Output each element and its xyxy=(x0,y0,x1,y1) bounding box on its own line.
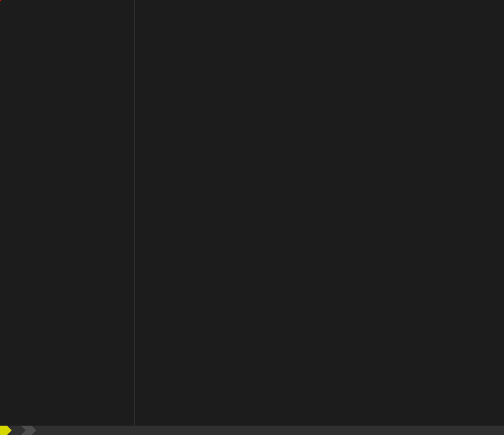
highlight-box xyxy=(0,0,1,1)
column-guide xyxy=(134,0,135,426)
branch-icon xyxy=(15,426,18,434)
separator xyxy=(26,426,32,435)
git-branch-section xyxy=(12,426,21,435)
file-path xyxy=(36,426,504,435)
status-bar xyxy=(0,426,504,435)
vim-mode-indicator xyxy=(0,426,7,435)
separator-icon xyxy=(21,426,26,435)
separator-icon xyxy=(7,426,12,435)
separator-icon xyxy=(32,426,36,435)
